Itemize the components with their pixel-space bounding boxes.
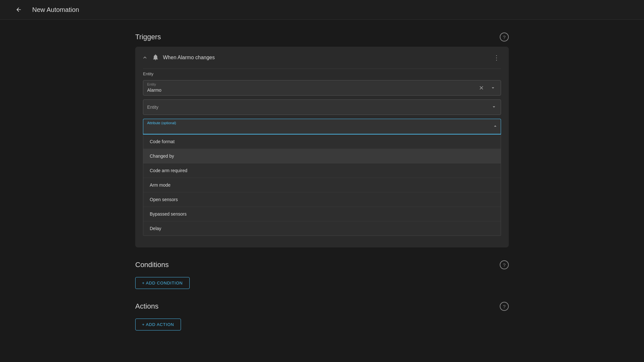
entity-field-group: Entity Alarmo <box>143 80 501 96</box>
triggers-help-icon[interactable]: ? <box>500 32 509 42</box>
collapse-button[interactable] <box>142 54 148 61</box>
entity-field2-group: Entity <box>143 99 501 115</box>
page-title: New Automation <box>32 6 79 14</box>
entity-clear-button[interactable] <box>476 83 487 93</box>
trigger-more-button[interactable]: ⋮ <box>491 52 502 63</box>
dropdown-item-delay[interactable]: Delay <box>143 221 501 236</box>
trigger-card-header[interactable]: When Alarmo changes ⋮ <box>135 47 509 69</box>
main-content: Triggers ? When Alarmo changes ⋮ Entit <box>129 20 515 343</box>
entity-field2-arrow <box>491 104 497 111</box>
header: New Automation <box>0 0 644 20</box>
trigger-card: When Alarmo changes ⋮ Entity Entity Alar… <box>135 47 509 247</box>
entity-field-actions <box>476 83 501 93</box>
trigger-body: Entity Entity Alarmo <box>135 69 509 247</box>
add-condition-button[interactable]: + ADD CONDITION <box>135 277 190 289</box>
entity-section-label: Entity <box>143 71 501 76</box>
triggers-title: Triggers <box>135 33 161 41</box>
entity-field2-label: Entity <box>147 105 491 110</box>
entity-field-container: Entity Alarmo <box>143 80 501 96</box>
entity-field-value: Alarmo <box>143 80 476 95</box>
attribute-dropdown-menu: Code format Changed by Code arm required… <box>143 135 501 236</box>
trigger-label: When Alarmo changes <box>163 55 491 60</box>
attribute-field-label: Attribute (optional) <box>147 121 176 125</box>
dropdown-item-bypassed-sensors[interactable]: Bypassed sensors <box>143 207 501 221</box>
attribute-field-container: Attribute (optional) <box>143 119 501 135</box>
entity-field-label: Entity <box>147 82 156 86</box>
actions-section-header: Actions ? <box>135 302 509 311</box>
triggers-section-header: Triggers ? <box>135 32 509 42</box>
dropdown-item-open-sensors[interactable]: Open sensors <box>143 192 501 207</box>
dropdown-item-code-format[interactable]: Code format <box>143 135 501 149</box>
entity-field2-container[interactable]: Entity <box>143 99 501 115</box>
actions-help-icon[interactable]: ? <box>500 302 509 311</box>
dropdown-item-arm-mode[interactable]: Arm mode <box>143 178 501 192</box>
actions-title: Actions <box>135 302 158 311</box>
conditions-help-icon[interactable]: ? <box>500 260 509 269</box>
trigger-alarm-icon <box>152 54 159 62</box>
attribute-field-group: Attribute (optional) Code format Changed… <box>143 119 501 236</box>
actions-section: Actions ? + ADD ACTION <box>135 302 509 330</box>
conditions-section: Conditions ? + ADD CONDITION <box>135 260 509 289</box>
attribute-dropdown-arrow <box>492 123 501 130</box>
add-action-button[interactable]: + ADD ACTION <box>135 319 181 330</box>
conditions-title: Conditions <box>135 261 169 269</box>
back-button[interactable] <box>13 4 24 15</box>
entity-dropdown-button[interactable] <box>488 83 498 93</box>
dropdown-item-changed-by[interactable]: Changed by <box>143 149 501 163</box>
conditions-section-header: Conditions ? <box>135 260 509 269</box>
dropdown-item-code-arm-required[interactable]: Code arm required <box>143 163 501 178</box>
